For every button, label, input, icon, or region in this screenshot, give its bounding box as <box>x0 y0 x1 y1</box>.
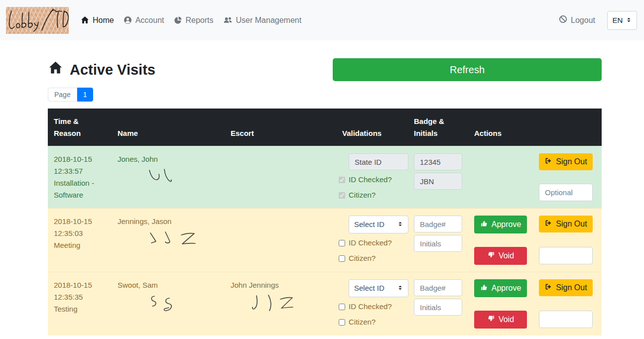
void-button[interactable]: Void <box>474 311 527 329</box>
visit-time: 12:35:03 <box>54 227 106 239</box>
header-name: Name <box>112 122 225 146</box>
nav-item-reports[interactable]: Reports <box>174 16 214 25</box>
pie-chart-icon <box>174 16 182 24</box>
id-type-select[interactable]: Select ID <box>349 279 408 297</box>
id-checked-checkbox: ID Checked? <box>339 174 402 186</box>
visit-escort <box>225 208 336 272</box>
badge-display <box>414 153 462 170</box>
id-type-display <box>349 153 408 170</box>
optional-note-input[interactable] <box>539 311 593 328</box>
id-checked-checkbox-input[interactable] <box>339 240 345 246</box>
visit-time-reason: 2018-10-15 12:33:57 Installation - Softw… <box>48 146 112 208</box>
visitor-name: Jennings, Jason <box>118 216 219 227</box>
nav-item-label: User Management <box>236 16 302 25</box>
initials-input[interactable] <box>414 235 462 252</box>
visitor-signature <box>146 229 216 252</box>
id-checked-checkbox-input <box>339 177 345 183</box>
visit-escort <box>225 146 336 208</box>
caret-updown-icon <box>397 282 403 294</box>
nav-item-home[interactable]: Home <box>81 16 114 25</box>
approve-button[interactable]: Approve <box>474 216 527 233</box>
visitor-name: Jones, John <box>118 153 219 165</box>
title-row: Active Visits Refresh <box>48 58 602 81</box>
page-title: Active Visits <box>48 61 155 79</box>
visit-time-reason: 2018-10-15 12:35:03 Meeting <box>48 208 112 272</box>
thumbs-down-icon <box>487 315 495 325</box>
citizen-label: Citizen? <box>349 252 376 264</box>
id-checked-checkbox[interactable]: ID Checked? <box>339 237 402 249</box>
sign-out-button[interactable]: Sign Out <box>539 216 593 232</box>
person-circle-icon <box>124 16 132 24</box>
sign-out-icon <box>544 283 552 293</box>
visit-date: 2018-10-15 <box>54 153 106 165</box>
id-checked-checkbox-input[interactable] <box>339 304 345 310</box>
users-icon <box>223 16 233 24</box>
approve-label: Approve <box>492 284 521 293</box>
id-type-select-value: Select ID <box>354 282 385 294</box>
citizen-checkbox: Citizen? <box>339 189 402 201</box>
refresh-button[interactable]: Refresh <box>333 58 602 81</box>
visit-escort: John Jennings <box>225 272 336 336</box>
optional-note-input[interactable] <box>539 184 593 201</box>
visit-reason: Meeting <box>54 239 106 251</box>
optional-note-input[interactable] <box>539 247 593 264</box>
visit-badge-initials <box>408 208 468 272</box>
visit-date: 2018-10-15 <box>54 216 106 227</box>
header-actions: Actions <box>468 122 602 146</box>
thumbs-up-icon <box>480 283 488 293</box>
visit-badge-initials <box>408 272 468 336</box>
citizen-checkbox[interactable]: Citizen? <box>339 316 402 328</box>
visit-time: 12:33:57 <box>54 165 106 177</box>
id-checked-label: ID Checked? <box>349 174 392 186</box>
visit-time: 12:35:35 <box>54 291 106 303</box>
visit-name: Jones, John <box>112 146 225 208</box>
app-logo[interactable] <box>6 7 69 34</box>
visit-row: 2018-10-15 12:35:35 Testing Swoot, Sam J… <box>48 272 602 336</box>
escort-signature <box>250 293 304 319</box>
caret-updown-icon <box>626 16 632 24</box>
nav-item-user-management[interactable]: User Management <box>223 16 302 25</box>
visit-name: Swoot, Sam <box>112 272 225 336</box>
active-visits-table: Time & Reason Name Escort Validations Ba… <box>48 109 602 336</box>
visit-time-reason: 2018-10-15 12:35:35 Testing <box>48 272 112 336</box>
logout-label: Logout <box>571 16 595 25</box>
visitor-signature <box>142 167 187 193</box>
header-escort: Escort <box>225 122 336 146</box>
visit-validations: Select ID ID Checked? Citizen? <box>336 272 408 336</box>
pagination-page-1[interactable]: 1 <box>77 88 93 102</box>
nav-item-label: Reports <box>186 16 214 25</box>
visit-reason: Installation - Software <box>54 177 106 201</box>
badge-input[interactable] <box>414 216 462 232</box>
id-type-select-value: Select ID <box>354 219 385 230</box>
nav-item-account[interactable]: Account <box>124 16 164 25</box>
citizen-checkbox-input <box>339 192 345 199</box>
visit-actions: Sign Out <box>468 146 602 208</box>
citizen-checkbox[interactable]: Citizen? <box>339 252 402 264</box>
header-validations: Validations <box>336 122 408 146</box>
top-navbar: Home Account Reports User Management Log… <box>0 0 644 40</box>
id-type-select[interactable]: Select ID <box>349 216 408 233</box>
language-value: EN <box>613 16 623 24</box>
visit-validations: Select ID ID Checked? Citizen? <box>336 208 408 272</box>
id-checked-label: ID Checked? <box>349 237 392 249</box>
visit-row: 2018-10-15 12:33:57 Installation - Softw… <box>48 146 602 208</box>
escort-name: John Jennings <box>231 279 330 291</box>
visitor-signature <box>138 293 183 320</box>
void-button[interactable]: Void <box>474 247 527 265</box>
citizen-checkbox-input[interactable] <box>339 319 345 326</box>
sign-out-button[interactable]: Sign Out <box>539 279 593 296</box>
badge-input[interactable] <box>414 279 462 296</box>
approve-button[interactable]: Approve <box>474 279 527 297</box>
id-checked-checkbox[interactable]: ID Checked? <box>339 301 402 313</box>
initials-input[interactable] <box>414 299 462 316</box>
visitor-name: Swoot, Sam <box>118 279 219 291</box>
sign-out-button[interactable]: Sign Out <box>539 153 593 170</box>
home-icon <box>81 16 89 24</box>
logout-button[interactable]: Logout <box>559 15 595 25</box>
language-select[interactable]: EN <box>607 11 637 30</box>
void-label: Void <box>499 251 514 260</box>
logo-scribble-icon <box>6 7 69 34</box>
citizen-checkbox-input[interactable] <box>339 255 345 262</box>
sign-out-icon <box>544 219 552 229</box>
void-label: Void <box>499 315 514 324</box>
